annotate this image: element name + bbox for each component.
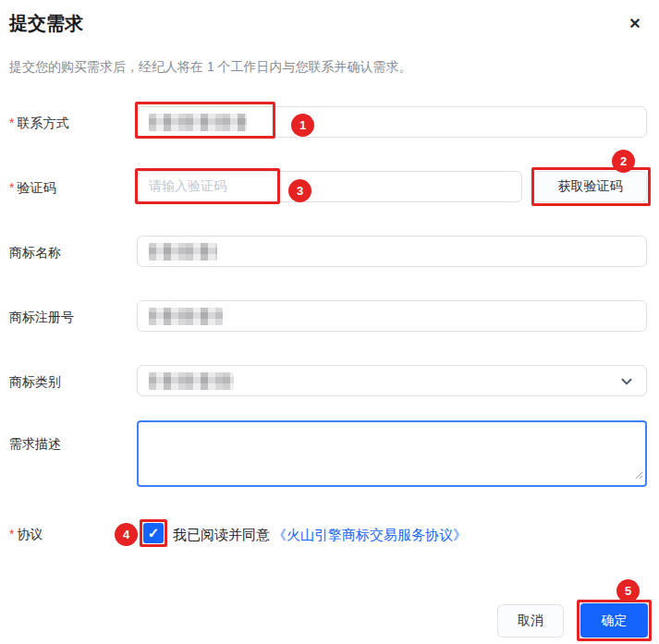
get-code-button[interactable]: 获取验证码: [533, 171, 647, 202]
dialog-subtitle: 提交您的购买需求后，经纪人将在 1 个工作日内与您联系并确认需求。: [9, 59, 412, 76]
required-mark: *: [9, 115, 14, 130]
agreement-text: 我已阅读并同意: [173, 527, 270, 544]
annotation-badge-5: 5: [616, 579, 640, 602]
field-label-category: 商标类别: [9, 374, 61, 391]
submit-request-dialog: 提交需求 ✕ 提交您的购买需求后，经纪人将在 1 个工作日内与您联系并确认需求。…: [0, 0, 659, 644]
redacted-category-value: [149, 372, 234, 390]
field-label-agreement: *协议: [9, 527, 43, 543]
category-select[interactable]: [137, 365, 647, 396]
annotation-badge-2: 2: [612, 150, 635, 173]
confirm-button[interactable]: 确定: [580, 603, 648, 638]
trademark-name-input[interactable]: [137, 236, 647, 267]
close-icon[interactable]: ✕: [623, 12, 647, 36]
field-label-description: 需求描述: [9, 436, 61, 453]
contact-input[interactable]: [137, 106, 647, 138]
code-input-placeholder: 请输入验证码: [149, 178, 226, 195]
annotation-badge-4: 4: [115, 523, 138, 546]
agreement-checkbox[interactable]: ✓: [143, 523, 164, 543]
code-input[interactable]: 请输入验证码: [137, 171, 522, 202]
registration-number-input[interactable]: [137, 300, 647, 332]
field-label-trademark-name: 商标名称: [9, 245, 61, 261]
cancel-button[interactable]: 取消: [497, 604, 564, 638]
dialog-title: 提交需求: [9, 11, 83, 36]
field-label-registration-number: 商标注册号: [9, 310, 74, 326]
redacted-trademark-name-value: [149, 243, 217, 261]
required-mark: *: [9, 527, 14, 541]
field-label-contact: *联系方式: [9, 115, 68, 132]
agreement-link[interactable]: 《火山引擎商标交易服务协议》: [273, 527, 467, 544]
redacted-registration-number-value: [149, 308, 223, 325]
resize-handle[interactable]: [634, 467, 643, 483]
required-mark: *: [9, 180, 14, 195]
chevron-down-icon: [620, 375, 633, 392]
field-label-code: *验证码: [9, 180, 55, 197]
description-textarea[interactable]: [137, 420, 647, 487]
redacted-contact-value: [149, 114, 247, 131]
